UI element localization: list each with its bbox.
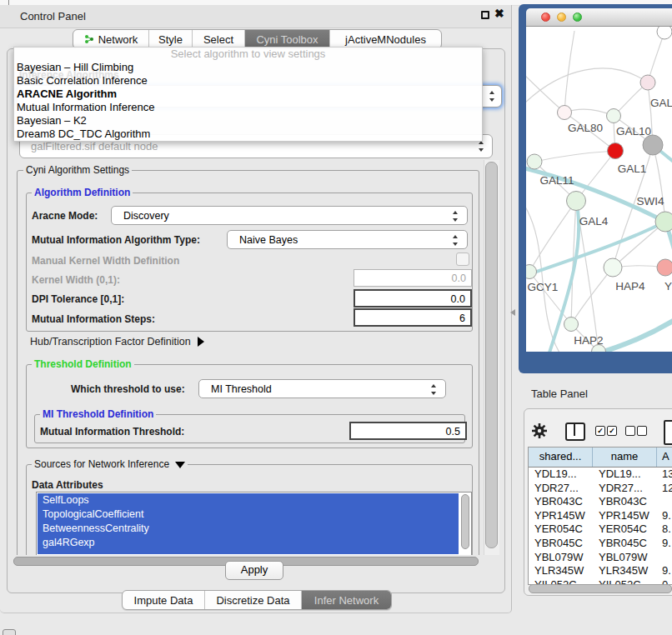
float-window-icon[interactable] bbox=[481, 11, 489, 19]
network-edge bbox=[526, 222, 665, 277]
mi-steps-label: Mutual Information Steps: bbox=[32, 313, 155, 325]
table-cell: YBL079W bbox=[529, 551, 593, 565]
aracne-mode-combo[interactable]: Discovery bbox=[111, 206, 468, 225]
column-header-name[interactable]: name bbox=[593, 448, 657, 467]
table-cell: YDR27... bbox=[593, 482, 657, 496]
attribute-item[interactable]: BetweennessCentrality bbox=[38, 522, 459, 536]
table-cell: YDR27... bbox=[529, 482, 593, 496]
aracne-mode-label: Aracne Mode: bbox=[32, 210, 98, 222]
table-row[interactable]: YPR145WYPR145W9. bbox=[529, 509, 672, 523]
network-node[interactable] bbox=[643, 135, 663, 155]
node-label: GAL4 bbox=[579, 215, 609, 228]
network-edge bbox=[564, 31, 574, 112]
tab-cyni-toolbox[interactable]: Cyni Toolbox bbox=[245, 30, 330, 48]
table-row[interactable]: YBR043CYBR043C bbox=[529, 495, 672, 509]
table-row[interactable]: YLR345WYLR345W9. bbox=[529, 564, 672, 578]
table-cell: YBR043C bbox=[593, 495, 657, 509]
close-icon[interactable]: ✖ bbox=[494, 7, 504, 20]
zoom-traffic-light[interactable] bbox=[573, 12, 582, 22]
hub-expander[interactable]: Hub/Transcription Factor Definition bbox=[30, 336, 204, 348]
tab-jactivemnodules[interactable]: jActiveMNodules bbox=[330, 30, 441, 48]
checked-box-icon-1[interactable]: ✓ bbox=[595, 426, 605, 436]
algorithm-option[interactable]: Bayesian – K2 bbox=[14, 114, 482, 128]
unchecked-box-icon-1[interactable] bbox=[625, 426, 635, 436]
close-traffic-light[interactable] bbox=[541, 12, 550, 22]
network-node[interactable] bbox=[608, 143, 624, 159]
network-canvas[interactable]: GALGAL80GAL10GAL1GAL11GAL4SWI4GCY1HAP4YH… bbox=[526, 27, 672, 352]
manual-kernel-checkbox[interactable] bbox=[456, 252, 469, 266]
algorithm-option[interactable]: Mutual Information Inference bbox=[14, 101, 482, 114]
kernel-width-field[interactable]: 0.0 bbox=[354, 269, 472, 287]
algorithm-option[interactable]: Bayesian – Hill Climbing bbox=[14, 61, 482, 74]
gear-icon[interactable] bbox=[530, 422, 549, 440]
which-threshold-combo[interactable]: MI Threshold bbox=[198, 379, 446, 398]
attribute-item[interactable]: gal4RGexp bbox=[38, 536, 459, 550]
dpi-tolerance-field[interactable]: 0.0 bbox=[354, 289, 472, 308]
table-cell: YDL19... bbox=[593, 468, 657, 482]
split-divider-arrow[interactable] bbox=[510, 309, 515, 316]
network-node[interactable] bbox=[657, 27, 672, 39]
table-toolbar: ✓ ✓ bbox=[524, 419, 672, 446]
table-row[interactable]: YBR045CYBR045C9. bbox=[529, 537, 672, 551]
table-panel-title: Table Panel bbox=[531, 388, 588, 400]
data-attributes-list[interactable]: SelfLoopsTopologicalCoefficientBetweenne… bbox=[36, 492, 472, 555]
table-cell: YLR345W bbox=[529, 564, 593, 578]
network-node[interactable] bbox=[526, 265, 537, 279]
control-panel-title: Control Panel bbox=[20, 10, 86, 22]
network-graph: GALGAL80GAL10GAL1GAL11GAL4SWI4GCY1HAP4YH… bbox=[526, 27, 672, 352]
network-node[interactable] bbox=[657, 259, 672, 276]
corner-widget-icon[interactable] bbox=[3, 629, 16, 635]
tab-select[interactable]: Select bbox=[193, 30, 245, 48]
network-icon bbox=[84, 34, 94, 44]
network-edge bbox=[534, 151, 615, 162]
sources-title[interactable]: Sources for Network Inference bbox=[32, 458, 188, 470]
mi-type-combo[interactable]: Naive Bayes bbox=[227, 230, 468, 249]
mi-steps-field[interactable]: 6 bbox=[354, 308, 472, 327]
table-row[interactable]: YER054CYER054C8. bbox=[529, 522, 672, 537]
network-node[interactable] bbox=[607, 109, 621, 123]
settings-vscroll-thumb[interactable] bbox=[485, 162, 498, 548]
cyni-mode-tabs: Impute Data Discretize Data Infer Networ… bbox=[122, 590, 392, 610]
columns-icon[interactable] bbox=[565, 422, 585, 441]
network-edge bbox=[613, 222, 665, 268]
document-icon[interactable] bbox=[664, 420, 672, 445]
network-node[interactable] bbox=[558, 106, 572, 120]
table-cell: YBR045C bbox=[529, 537, 593, 551]
unchecked-box-icon-2[interactable] bbox=[637, 426, 647, 436]
selected-attributes: SelfLoopsTopologicalCoefficientBetweenne… bbox=[38, 493, 459, 554]
network-node[interactable] bbox=[604, 258, 622, 277]
node-label: SWI4 bbox=[636, 195, 664, 208]
algorithm-option[interactable]: Basic Correlation Inference bbox=[14, 74, 482, 88]
checked-box-icon-2[interactable]: ✓ bbox=[607, 426, 617, 436]
network-node[interactable] bbox=[655, 212, 672, 232]
table-hscroll-thumb[interactable] bbox=[529, 584, 672, 593]
table-cell: 9. bbox=[657, 509, 672, 523]
apply-button[interactable]: Apply bbox=[225, 561, 283, 580]
mi-type-label: Mutual Information Algorithm Type: bbox=[32, 234, 200, 246]
table-cell: 9. bbox=[657, 564, 672, 578]
table-row[interactable]: YDL19...YDL19...13 bbox=[529, 468, 672, 482]
table-row[interactable]: YDR27...YDR27...12 bbox=[529, 482, 672, 496]
tab-discretize-data[interactable]: Discretize Data bbox=[205, 591, 302, 609]
column-header-partial[interactable]: A bbox=[657, 448, 672, 467]
tab-network-label: Network bbox=[98, 33, 138, 46]
tab-impute-data[interactable]: Impute Data bbox=[123, 591, 205, 609]
table-row[interactable]: YBL079WYBL079W bbox=[529, 551, 672, 565]
attribute-item[interactable]: SelfLoops bbox=[38, 493, 459, 508]
network-node[interactable] bbox=[640, 75, 655, 90]
tab-infer-network[interactable]: Infer Network bbox=[302, 591, 391, 609]
algorithm-option[interactable]: ARACNE Algorithm bbox=[14, 88, 482, 101]
tab-network[interactable]: Network bbox=[73, 30, 149, 48]
algorithm-option[interactable]: Dream8 DC_TDC Algorithm bbox=[14, 128, 482, 141]
network-node[interactable] bbox=[567, 192, 586, 211]
network-node[interactable] bbox=[527, 154, 542, 169]
mi-threshold-field[interactable]: 0.5 bbox=[349, 422, 467, 440]
minimize-traffic-light[interactable] bbox=[557, 12, 566, 22]
column-header-shared-name[interactable]: shared... bbox=[529, 448, 593, 467]
table-cell: YDL19... bbox=[529, 468, 593, 482]
tab-style[interactable]: Style bbox=[149, 30, 193, 48]
attributes-scrollbar[interactable] bbox=[461, 494, 469, 549]
network-node[interactable] bbox=[564, 318, 579, 332]
attribute-item[interactable]: TopologicalCoefficient bbox=[38, 508, 459, 522]
table-cell bbox=[657, 551, 672, 565]
